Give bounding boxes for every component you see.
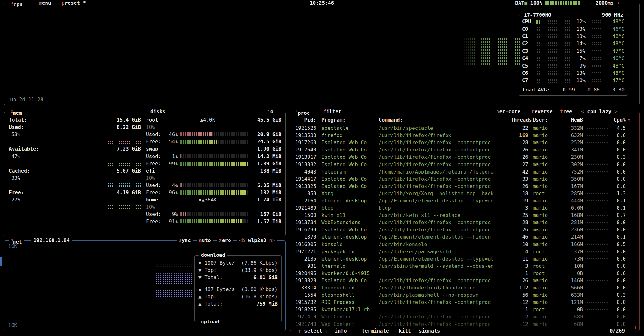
table-row[interactable]: 2164 element-desktop /opt/Element/elemen… (294, 197, 636, 204)
proc-program: spectacle (321, 125, 379, 131)
proc-program: btop (321, 205, 379, 211)
cpu-core-row: C2 14% 48°C (522, 40, 625, 47)
proc-mem-graph (586, 236, 609, 238)
table-row[interactable]: 1917263 Isolated Web Co /usr/lib/firefox… (294, 139, 636, 146)
sort-current: cpu lazy (587, 108, 611, 114)
table-row[interactable]: 1913734 WebExtensions /usr/lib/firefox/f… (294, 219, 636, 226)
disk-used-value: 20.9 GiB (257, 131, 281, 137)
sort-prev-button[interactable]: < (581, 108, 584, 114)
select-up-icon[interactable]: ↑ (298, 328, 301, 334)
clock: 10:25:46 (308, 0, 336, 7)
core-usage-percent: 13% (570, 33, 586, 39)
interface-switcher[interactable]: <b wlp2s0 n> (237, 237, 277, 244)
table-row[interactable]: 1913917 Isolated Web Co /usr/lib/firefox… (294, 153, 636, 161)
sort-selector[interactable]: < cpu lazy > (579, 108, 619, 115)
proc-mem: 632M (562, 132, 583, 138)
proc-cpu-percent: 0.0 (613, 140, 626, 146)
net-scale-bottom: 10K (8, 322, 17, 328)
disk-io-label: IO% (146, 203, 281, 211)
disk-free-percent: 99% (164, 161, 178, 167)
proc-user: mario (533, 183, 562, 189)
disks-io-button[interactable]: io (265, 108, 275, 115)
net-auto-button[interactable]: auto (197, 237, 213, 244)
proc-pid: 1917263 (294, 140, 316, 146)
scroll-down-icon[interactable]: ↓ (634, 324, 637, 330)
proc-program: Isolated Web Co (321, 162, 379, 168)
menu-hotkey: m (39, 0, 42, 6)
table-row[interactable]: 1916239 Isolated Web Co /usr/lib/firefox… (294, 226, 636, 233)
table-row[interactable]: 931 thermald /usr/sbin/thermald --system… (294, 262, 636, 270)
preset-button[interactable]: preset * (60, 0, 88, 7)
table-row[interactable]: 1913832 Isolated Web Co /usr/lib/firefox… (294, 161, 636, 168)
proc-mem: 444M (562, 198, 583, 204)
kill-button[interactable]: kill (397, 328, 413, 334)
core-temp-graph (588, 20, 608, 23)
upload-total-row: ▲ Total:759 MiB (198, 300, 278, 307)
proc-command: /opt/Element/element-desktop --type=ut (379, 256, 511, 262)
proc-threads: 3 (511, 263, 528, 269)
table-row[interactable]: 1921526 spectacle /usr/bin/spectacle 22 … (294, 124, 636, 132)
table-row[interactable]: 1913825 Isolated Web Co /usr/lib/firefox… (294, 183, 636, 190)
update-interval-control[interactable]: - 2000ms + (588, 0, 622, 7)
proc-mem-graph (586, 308, 609, 311)
table-row[interactable]: 33314 thunderbird /usr/lib/thunderbird/t… (294, 284, 636, 291)
load-average-1m: 0.99 (557, 87, 575, 93)
table-row[interactable]: 1915732 RDD Process /usr/lib/firefox/fir… (294, 299, 636, 306)
signals-button[interactable]: signals (417, 328, 442, 334)
table-row[interactable]: 1918285 kworker/u17:1-rb 1 root 0B 0.0 (294, 306, 636, 313)
info-button[interactable]: info (333, 328, 349, 334)
proc-user: root (533, 306, 562, 312)
proc-mem-graph (586, 185, 609, 187)
proc-program: Isolated Web Co (321, 176, 379, 182)
tree-toggle[interactable]: tree (558, 108, 574, 115)
net-sync-button[interactable]: sync (177, 237, 193, 244)
proc-threads: 10 (511, 241, 528, 247)
proc-mem-graph (586, 257, 609, 260)
table-row[interactable]: 1916905 konsole /usr/bin/konsole 10 mari… (294, 241, 636, 248)
proc-pid: 1921740 (294, 321, 316, 327)
filter-button[interactable]: filter (321, 108, 343, 115)
proc-threads: 19 (511, 198, 528, 204)
proc-mem-graph (586, 192, 609, 195)
mem-total-label: Total: (9, 117, 27, 123)
interval-minus-button[interactable]: - (590, 0, 593, 6)
table-row[interactable]: 1913828 Isolated Web Co /usr/lib/firefox… (294, 277, 636, 284)
select-control[interactable]: ↑ select ↓ (296, 328, 330, 334)
sort-next-button[interactable]: > (614, 108, 618, 114)
proc-mem-graph (586, 243, 609, 245)
disk-free-value: 24.5 GiB (257, 139, 281, 145)
table-row[interactable]: 1921740 Web Content /usr/lib/firefox/fir… (294, 321, 636, 328)
proc-program: plasmashell (321, 292, 379, 298)
table-row[interactable]: 1914417 Isolated Web Co /usr/lib/firefox… (294, 175, 636, 183)
table-row[interactable]: 1921271 packagekitd /usr/libexec/package… (294, 248, 636, 255)
disk-free-meter (180, 219, 248, 223)
proc-cpu-percent: 0.1 (613, 198, 626, 204)
table-row[interactable]: 1917640 Isolated Web Co /usr/lib/firefox… (294, 146, 636, 153)
interval-plus-button[interactable]: + (617, 0, 620, 6)
table-row[interactable]: 859 Xorg /usr/lib/xorg/Xorg -nolisten tc… (294, 190, 636, 197)
menu-button[interactable]: menu (37, 0, 53, 7)
reverse-hotkey: r (531, 108, 535, 114)
proc-user: mario (533, 241, 562, 247)
core-name: CPU (522, 19, 536, 25)
per-core-toggle[interactable]: per-core (494, 108, 522, 115)
table-row[interactable]: 1870 element-desktop /opt/Element/elemen… (294, 233, 636, 240)
proc-program: Isolated Web Co (321, 183, 379, 189)
proc-threads: 3 (511, 205, 528, 211)
table-row[interactable]: 1554 plasmashell /usr/bin/plasmashell --… (294, 291, 636, 299)
table-row[interactable]: 1920495 kworker/0:0-i915 1 root 0B 0.0 (294, 270, 636, 277)
table-row[interactable]: 1921489 btop btop 3 mario 6.6M 0.1 (294, 204, 636, 212)
preset-label: reset * (65, 0, 86, 6)
table-row[interactable]: 1913530 firefox /usr/lib/firefox/firefox… (294, 132, 636, 139)
terminate-button[interactable]: terminate (360, 328, 391, 334)
table-row[interactable]: 4048 Telegram /home/mario/AppImages/Tele… (294, 168, 636, 175)
reverse-toggle[interactable]: reverse (530, 108, 554, 115)
iface-next-button[interactable]: n> (269, 237, 275, 243)
select-down-icon[interactable]: ↓ (325, 328, 329, 334)
table-row[interactable]: 1921410 Web Content /usr/lib/firefox/fir… (294, 313, 636, 320)
table-row[interactable]: 2135 element-desktop /opt/Element/elemen… (294, 255, 636, 262)
net-zero-button[interactable]: zero (217, 237, 233, 244)
table-row[interactable]: 1500 kwin_x11 /usr/bin/kwin_x11 --replac… (294, 212, 636, 219)
iface-prev-button[interactable]: <b (239, 237, 245, 243)
proc-cpu-percent: 0.0 (613, 321, 626, 327)
